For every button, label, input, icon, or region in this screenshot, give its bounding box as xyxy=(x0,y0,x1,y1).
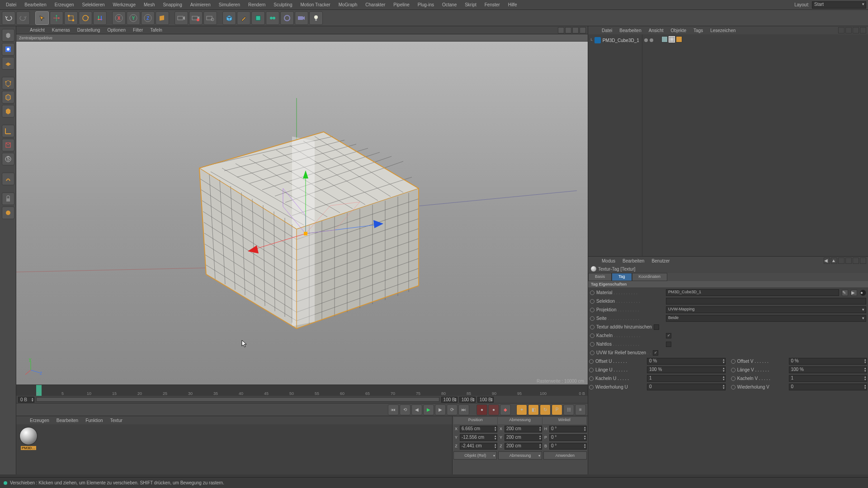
dim-x-input[interactable]: 200 cm▴▾ xyxy=(505,426,542,432)
menu-datei[interactable]: Datei xyxy=(2,2,20,7)
cube-primitive-button[interactable] xyxy=(222,11,236,25)
kacheln-u-input[interactable]: 1▴▾ xyxy=(647,375,726,382)
vp-zoom-icon[interactable] xyxy=(565,27,571,33)
menu-simulieren[interactable]: Simulieren xyxy=(215,2,244,7)
timeline-scrollbar[interactable] xyxy=(36,397,439,402)
obj-menu-ansicht[interactable]: Ansicht xyxy=(645,28,667,33)
x-axis-lock[interactable]: X xyxy=(112,11,126,25)
layout-dropdown[interactable]: Start xyxy=(812,1,866,9)
menu-charakter[interactable]: Charakter xyxy=(361,2,389,7)
light-button[interactable] xyxy=(309,11,323,25)
key-pla-button[interactable]: ☷ xyxy=(563,404,574,415)
anim-ring-icon[interactable] xyxy=(590,325,594,329)
material-thumbnail[interactable]: PM3D… xyxy=(19,427,38,450)
obj-view-icon[interactable] xyxy=(845,27,852,33)
visibility-editor-dot[interactable] xyxy=(644,38,648,42)
projektion-dropdown[interactable]: UVW-Mapping xyxy=(666,306,866,313)
render-pv-button[interactable] xyxy=(189,11,203,25)
timeline-ruler[interactable]: 0 5 10 15 20 25 30 35 40 45 50 55 60 65 … xyxy=(16,385,588,396)
deformer-button[interactable] xyxy=(266,11,279,25)
menu-plugins[interactable]: Plug-ins xyxy=(414,2,438,7)
pos-y-input[interactable]: -12.556 cm▴▾ xyxy=(460,434,497,441)
y-axis-lock[interactable]: Y xyxy=(127,11,140,25)
workplane-mode-button[interactable] xyxy=(2,57,14,70)
move-tool[interactable] xyxy=(50,11,63,25)
anim-ring-icon[interactable] xyxy=(589,376,594,381)
texture-tag-icon[interactable] xyxy=(669,36,675,42)
go-end-button[interactable]: ⏭ xyxy=(458,404,469,415)
play-button[interactable]: ▶ xyxy=(423,404,434,415)
last-tool-button[interactable] xyxy=(93,11,107,25)
uvw-tag-icon[interactable] xyxy=(676,36,682,42)
obj-filter-icon[interactable] xyxy=(853,27,859,33)
misc-mode-button[interactable] xyxy=(2,206,14,219)
mat-menu-textur[interactable]: Textur xyxy=(107,418,126,423)
mat-menu-funktion[interactable]: Funktion xyxy=(82,418,106,423)
material-field[interactable]: PM3D_Cube3D_1 xyxy=(666,289,839,296)
coord-mode-dropdown[interactable]: Objekt (Rel) xyxy=(453,451,497,460)
obj-bookmark-icon[interactable] xyxy=(860,27,866,33)
rotate-tool[interactable] xyxy=(79,11,92,25)
generator-button[interactable] xyxy=(251,11,265,25)
timeline-max1-field[interactable]: 100 B▴▾ xyxy=(459,397,476,403)
timeline-start-field[interactable]: 0 B▴▾ xyxy=(18,397,34,403)
attr-lock-icon[interactable] xyxy=(845,258,852,264)
face-mode-button[interactable] xyxy=(2,105,14,117)
additiv-checkbox[interactable] xyxy=(654,324,659,330)
edge-mode-button[interactable] xyxy=(2,91,14,103)
point-mode-button[interactable] xyxy=(2,77,14,89)
tab-tag[interactable]: Tag xyxy=(612,273,632,281)
mat-menu-bearbeiten[interactable]: Bearbeiten xyxy=(53,418,82,423)
viewport-solo-button[interactable] xyxy=(2,139,14,151)
key-all-button[interactable]: ≡ xyxy=(575,404,586,415)
laenge-v-input[interactable]: 100 %▴▾ xyxy=(789,366,868,373)
obj-search-icon[interactable] xyxy=(838,27,844,33)
attr-back-icon[interactable]: ◀ xyxy=(824,258,830,264)
keyframe-sel-button[interactable]: ◆ xyxy=(500,404,511,415)
wiederholung-v-input[interactable]: 0▴▾ xyxy=(789,384,868,390)
menu-werkzeuge[interactable]: Werkzeuge xyxy=(109,2,140,7)
vp-menu-kameras[interactable]: Kameras xyxy=(48,28,74,33)
obj-menu-bearbeiten[interactable]: Bearbeiten xyxy=(616,28,645,33)
autokey-button[interactable]: ● xyxy=(488,404,499,415)
vp-menu-darstellung[interactable]: Darstellung xyxy=(74,28,104,33)
dim-z-input[interactable]: 200 cm▴▾ xyxy=(505,443,542,450)
anim-ring-icon[interactable] xyxy=(590,333,594,338)
tab-basis[interactable]: Basis xyxy=(588,273,612,281)
anim-ring-icon[interactable] xyxy=(590,291,594,295)
viewport-3d[interactable]: yz Rasterweite : 10000 cm xyxy=(16,42,588,385)
obj-menu-datei[interactable]: Datei xyxy=(598,28,616,33)
environment-button[interactable] xyxy=(280,11,294,25)
next-frame-button[interactable]: ▶ xyxy=(435,404,446,415)
z-axis-lock[interactable]: Z xyxy=(141,11,155,25)
obj-menu-lesezeichen[interactable]: Lesezeichen xyxy=(707,28,739,33)
mat-menu-erzeugen[interactable]: Erzeugen xyxy=(26,418,53,423)
obj-menu-tags[interactable]: Tags xyxy=(690,28,707,33)
attr-menu-bearbeiten[interactable]: Bearbeiten xyxy=(619,258,648,263)
key-rot-button[interactable]: ↻ xyxy=(540,404,551,415)
pos-x-input[interactable]: 6.665 cm▴▾ xyxy=(460,426,497,432)
next-key-button[interactable]: ⟳ xyxy=(447,404,458,415)
coord-apply-button[interactable]: Anwenden xyxy=(543,451,587,460)
menu-motion-tracker[interactable]: Motion Tracker xyxy=(296,2,334,7)
key-param-button[interactable]: P xyxy=(552,404,562,415)
scale-tool[interactable] xyxy=(64,11,78,25)
locked-button[interactable] xyxy=(2,192,14,205)
relief-checkbox[interactable]: ✓ xyxy=(653,350,658,356)
dim-y-input[interactable]: 200 cm▴▾ xyxy=(505,434,542,441)
anim-ring-icon[interactable] xyxy=(590,351,594,355)
attr-menu-modus[interactable]: Modus xyxy=(598,258,619,263)
menu-sculpting[interactable]: Sculpting xyxy=(269,2,296,7)
vp-menu-ansicht[interactable]: Ansicht xyxy=(26,28,48,33)
vp-menu-tafeln[interactable]: Tafeln xyxy=(146,28,166,33)
vp-maximize-icon[interactable] xyxy=(580,27,586,33)
vp-menu-optionen[interactable]: Optionen xyxy=(104,28,129,33)
menu-erzeugen[interactable]: Erzeugen xyxy=(51,2,78,7)
ang-h-input[interactable]: 0 °▴▾ xyxy=(549,426,587,432)
key-pos-button[interactable]: ✦ xyxy=(516,404,527,415)
menu-hilfe[interactable]: Hilfe xyxy=(504,2,521,7)
vp-menu-filter[interactable]: Filter xyxy=(129,28,146,33)
anim-ring-icon[interactable] xyxy=(731,376,736,381)
render-settings-button[interactable] xyxy=(203,11,217,25)
tab-koordinaten[interactable]: Koordinaten xyxy=(632,273,668,281)
